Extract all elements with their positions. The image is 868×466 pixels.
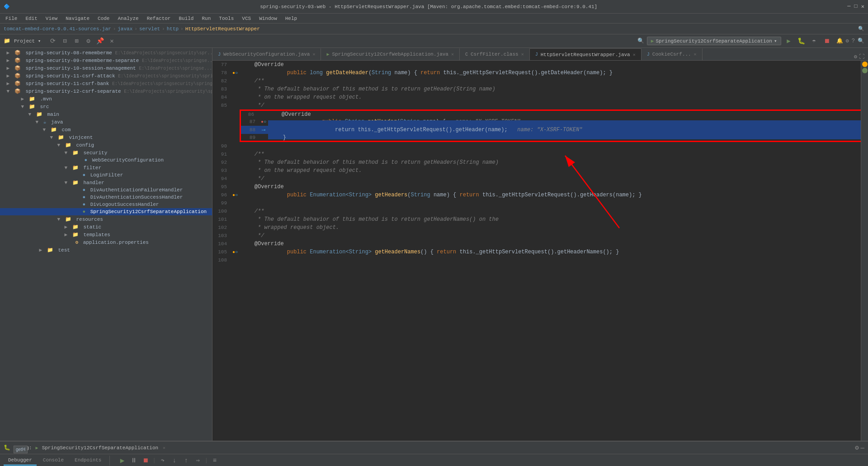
- breadcrumb-servlet[interactable]: servlet: [139, 26, 160, 32]
- pin-btn[interactable]: 📌: [95, 36, 105, 46]
- menu-analyze[interactable]: Analyze: [114, 15, 142, 22]
- settings-icon[interactable]: ⚙: [846, 38, 849, 44]
- tab-cookiecsrf-close[interactable]: ✕: [694, 52, 697, 57]
- menu-view[interactable]: View: [42, 15, 61, 22]
- tree-item-main-app[interactable]: ● SpringSecurity12CsrfSeparateApplicatio…: [0, 208, 212, 215]
- tree-item-com[interactable]: ▼ 📁 com: [0, 126, 212, 133]
- debug-minimize-icon[interactable]: —: [861, 444, 864, 452]
- code-line-90: 90: [212, 142, 868, 150]
- settings-gear-icon[interactable]: ⚙: [83, 36, 93, 46]
- code-line-93: 93 * on the wrapped request object.: [212, 166, 868, 175]
- tree-item-logout-handler[interactable]: ● DivLogoutSuccessHandler: [0, 201, 212, 208]
- tab-websecurity[interactable]: J WebSecurityConfiguration.java ✕: [212, 48, 321, 60]
- run-search-icon[interactable]: 🔍: [637, 38, 644, 44]
- tree-item-rememberme-sep[interactable]: ▶ 📦 spring-security-09-rememberme-separa…: [0, 57, 212, 64]
- close-panel-btn[interactable]: ✕: [107, 36, 117, 46]
- tree-item-test[interactable]: ▶ 📁 test: [0, 246, 212, 254]
- tree-item-rememberme[interactable]: ▶ 📦 spring-security-08-rememberme E:\Ide…: [0, 49, 212, 57]
- menu-help[interactable]: Help: [282, 15, 301, 22]
- tree-item-templates[interactable]: ▶ 📁 templates: [0, 231, 212, 238]
- tab-console[interactable]: Console: [38, 456, 68, 466]
- window-controls[interactable]: — □ ✕: [847, 3, 864, 10]
- tree-item-success-handler[interactable]: ● DivAuthenticationSuccessHandler: [0, 194, 212, 201]
- tab-webapp[interactable]: ▶ SpringSecurity12CsrfWebApplication.jav…: [321, 48, 460, 60]
- menu-edit[interactable]: Edit: [22, 15, 41, 22]
- run-btn[interactable]: ▶: [784, 36, 794, 46]
- tree-item-vinjcent[interactable]: ▼ 📁 vinjcent: [0, 133, 212, 141]
- tab-httpwrapper[interactable]: J HttpServletRequestWrapper.java ✕: [530, 48, 642, 60]
- step-over-btn[interactable]: ↷: [158, 456, 168, 466]
- step-into-btn[interactable]: ↓: [170, 456, 179, 466]
- tab-csrffilter[interactable]: C CsrfFilter.class ✕: [460, 48, 530, 60]
- breadcrumb-jar[interactable]: tomcat-embed-core-9.0.41-sources.jar: [4, 26, 111, 32]
- tree-item-csrf-bank[interactable]: ▶ 📦 spring-security-11-csrf-bank E:\Idea…: [0, 80, 212, 87]
- tree-item-csrf-separate[interactable]: ▼ 📦 spring-security-12-csrf-separate E:\…: [0, 87, 212, 95]
- menu-code[interactable]: Code: [94, 15, 113, 22]
- sync-btn[interactable]: ⟳: [48, 36, 58, 46]
- maximize-btn[interactable]: □: [854, 3, 858, 10]
- menu-navigate[interactable]: Navigate: [62, 15, 93, 22]
- tree-item-handler[interactable]: ▼ 📁 handler: [0, 179, 212, 186]
- search-everywhere-icon[interactable]: 🔍: [858, 38, 864, 44]
- tree-item-static[interactable]: ▶ 📁 static: [0, 223, 212, 231]
- code-editor[interactable]: 77 @Override 78 ● ○ public long getDateH…: [212, 61, 868, 441]
- stop-btn[interactable]: ⏹: [822, 36, 832, 46]
- debug-btn[interactable]: 🐛: [797, 36, 807, 46]
- tree-item-failure-handler[interactable]: ● DivAuthenticationFailureHandler: [0, 186, 212, 194]
- tree-item-security[interactable]: ▼ 📁 security: [0, 149, 212, 157]
- tree-item-filter[interactable]: ▼ 📁 filter: [0, 164, 212, 171]
- expand-btn[interactable]: ⊞: [71, 36, 81, 46]
- tree-item-websecurity[interactable]: ● WebSecurityConfiguration: [0, 157, 212, 164]
- collapse-btn[interactable]: ⊟: [60, 36, 70, 46]
- debug-settings-icon[interactable]: ⚙: [855, 444, 859, 452]
- tab-cookiecsrf[interactable]: J CookieCsrf... ✕: [642, 48, 703, 60]
- breadcrumb-http[interactable]: http: [167, 26, 179, 32]
- run-to-cursor-btn[interactable]: ⇒: [193, 456, 203, 466]
- tree-item-loginfilter[interactable]: ● LoginFilter: [0, 171, 212, 179]
- tree-item-session[interactable]: ▶ 📦 spring-security-10-session-managemen…: [0, 64, 212, 72]
- menu-vcs[interactable]: VCS: [238, 15, 255, 22]
- code-line-105: 105 ● ○ public Enumeration<String> getHe…: [212, 248, 868, 256]
- tree-item-config[interactable]: ▼ 📁 config: [0, 141, 212, 149]
- resume-btn[interactable]: ▶: [117, 456, 127, 466]
- menu-tools[interactable]: Tools: [215, 15, 237, 22]
- evaluate-btn[interactable]: ≡: [210, 456, 220, 466]
- tree-item-mvn[interactable]: ▶ 📁 .mvn: [0, 95, 212, 103]
- notifications-icon[interactable]: 🔔: [836, 38, 843, 44]
- tree-item-resources[interactable]: ▼ 📁 resources: [0, 215, 212, 223]
- search-icon[interactable]: 🔍: [858, 26, 864, 32]
- help-icon[interactable]: ?: [852, 38, 855, 44]
- menu-build[interactable]: Build: [175, 15, 197, 22]
- code-line-85: 85 */: [212, 101, 868, 109]
- tree-item-src[interactable]: ▼ 📁 src: [0, 103, 212, 110]
- tab-endpoints[interactable]: Endpoints: [70, 456, 106, 466]
- tab-csrffilter-close[interactable]: ✕: [521, 52, 524, 57]
- menu-window[interactable]: Window: [255, 15, 281, 22]
- tab-httpwrapper-close[interactable]: ✕: [633, 52, 636, 57]
- stop-debug-btn[interactable]: ⏹: [141, 456, 151, 466]
- tree-item-csrf-attack[interactable]: ▶ 📦 spring-security-11-csrf-attack E:\Id…: [0, 72, 212, 80]
- menu-run[interactable]: Run: [198, 15, 214, 22]
- editor-settings-icon[interactable]: ⚙: [854, 53, 857, 60]
- run-config-icon: ▶: [651, 38, 654, 44]
- debug-close-btn[interactable]: ✕: [163, 445, 165, 451]
- editor-expand-icon[interactable]: ⛶: [859, 53, 864, 60]
- close-btn[interactable]: ✕: [861, 3, 864, 10]
- tab-webapp-label: SpringSecurity12CsrfWebApplication.java: [332, 52, 448, 57]
- coverage-btn[interactable]: ☂: [809, 36, 819, 46]
- run-config-dropdown[interactable]: ▶ SpringSecurity12CsrfSeparateApplicatio…: [647, 37, 781, 45]
- menu-file[interactable]: File: [2, 15, 21, 22]
- tree-item-app-properties[interactable]: ⚙ application.properties: [0, 238, 212, 246]
- tree-item-java[interactable]: ▼ ☕ java: [0, 118, 212, 126]
- minimize-btn[interactable]: —: [847, 3, 850, 10]
- breadcrumb-class[interactable]: HttpServletRequestWrapper: [185, 26, 260, 32]
- breadcrumb-javax[interactable]: javax: [118, 26, 132, 32]
- pause-btn[interactable]: ⏸: [129, 456, 139, 466]
- menu-refactor[interactable]: Refactor: [143, 15, 175, 22]
- tab-debugger[interactable]: Debugger: [4, 456, 37, 466]
- geth-button[interactable]: getH: [14, 446, 28, 453]
- tab-webapp-close[interactable]: ✕: [451, 52, 454, 57]
- tree-item-main[interactable]: ▼ 📁 main: [0, 110, 212, 118]
- tab-websecurity-close[interactable]: ✕: [312, 52, 315, 57]
- step-out-btn[interactable]: ↑: [181, 456, 191, 466]
